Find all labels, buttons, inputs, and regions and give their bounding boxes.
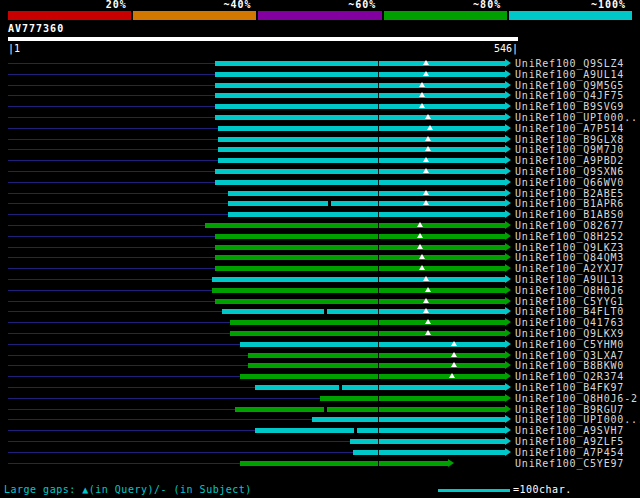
hit-label[interactable]: UniRef100_B8BKW0 <box>515 361 624 370</box>
hit-label[interactable]: UniRef100_Q84QM3 <box>515 253 624 262</box>
hit-bar[interactable] <box>215 104 505 109</box>
alignment-row: UniRef100_A9UL14 <box>0 69 640 80</box>
query-span-line <box>8 322 230 323</box>
hit-bar[interactable] <box>240 342 505 347</box>
hit-bar[interactable] <box>212 288 505 293</box>
hit-label[interactable]: UniRef100_Q9SLZ4 <box>515 59 624 68</box>
hit-label[interactable]: UniRef100_A9UL14 <box>515 70 624 79</box>
hit-label[interactable]: UniRef100_A7P514 <box>515 124 624 133</box>
query-span-line <box>8 376 240 377</box>
hit-label[interactable]: UniRef100_B9SVG9 <box>515 102 624 111</box>
query-span-line <box>8 409 235 410</box>
hit-label[interactable]: UniRef100_Q8H0J6-2 <box>515 394 638 403</box>
query-span-line <box>8 139 218 140</box>
query-gap-triangle-icon <box>451 352 457 357</box>
hit-label[interactable]: UniRef100_A7P454 <box>515 448 624 457</box>
hit-label[interactable]: UniRef100_B9RGU7 <box>515 405 624 414</box>
hit-bar[interactable] <box>228 212 505 217</box>
arrowhead-icon <box>505 91 511 99</box>
hit-label[interactable]: UniRef100_B2ABE5 <box>515 189 624 198</box>
hit-bar[interactable] <box>248 363 505 368</box>
hit-label[interactable]: UniRef100_A2YXJ7 <box>515 264 624 273</box>
hit-label[interactable]: UniRef100_Q9M5G5 <box>515 81 624 90</box>
hit-bar[interactable] <box>218 137 505 142</box>
query-span-line <box>8 203 228 204</box>
hit-label[interactable]: UniRef100_Q9LKX9 <box>515 329 624 338</box>
hit-label[interactable]: UniRef100_A9PBD2 <box>515 156 624 165</box>
hit-bar[interactable] <box>215 299 505 304</box>
hit-label[interactable]: UniRef100_B4FLT0 <box>515 307 624 316</box>
hit-label[interactable]: UniRef100_UPI000.. <box>515 113 638 122</box>
hit-bar[interactable] <box>215 72 505 77</box>
hit-label[interactable]: UniRef100_O82677 <box>515 221 624 230</box>
hit-label[interactable]: UniRef100_Q8H252 <box>515 232 624 241</box>
hit-bar[interactable] <box>215 83 505 88</box>
hit-bar[interactable] <box>235 407 505 412</box>
hit-label[interactable]: UniRef100_Q9LKZ3 <box>515 243 624 252</box>
hit-bar[interactable] <box>255 385 505 390</box>
hit-label[interactable]: UniRef100_B1ABS0 <box>515 210 624 219</box>
query-span-line <box>8 117 215 118</box>
hit-label[interactable]: UniRef100_A9SVH7 <box>515 426 624 435</box>
hit-bar[interactable] <box>215 245 505 250</box>
hit-bar[interactable] <box>218 126 505 131</box>
alignment-row: UniRef100_C5YE97 <box>0 458 640 469</box>
hit-bar[interactable] <box>255 428 505 433</box>
hit-bar[interactable] <box>228 191 505 196</box>
hit-bar[interactable] <box>350 439 505 444</box>
arrowhead-icon <box>505 253 511 261</box>
hit-bar[interactable] <box>320 396 505 401</box>
hit-bar[interactable] <box>240 374 505 379</box>
arrowhead-icon <box>505 351 511 359</box>
hit-bar[interactable] <box>215 180 505 185</box>
arrowhead-icon <box>505 307 511 315</box>
hit-bar[interactable] <box>215 266 505 271</box>
hit-label[interactable]: UniRef100_Q4JF75 <box>515 91 624 100</box>
hit-label[interactable]: UniRef100_A9UL13 <box>515 275 624 284</box>
hit-bar[interactable] <box>353 450 505 455</box>
alignment-row: UniRef100_A7P514 <box>0 123 640 134</box>
hit-label[interactable]: UniRef100_A9ZLF5 <box>515 437 624 446</box>
hit-label[interactable]: UniRef100_Q41763 <box>515 318 624 327</box>
hit-label[interactable]: UniRef100_B4FK97 <box>515 383 624 392</box>
hit-bar[interactable] <box>215 93 505 98</box>
query-span-line <box>8 311 222 312</box>
hit-label[interactable]: UniRef100_Q8H0J6 <box>515 286 624 295</box>
hit-label[interactable]: UniRef100_Q2R374 <box>515 372 624 381</box>
scalebar-line-icon <box>438 489 510 492</box>
hit-label[interactable]: UniRef100_Q9SXN6 <box>515 167 624 176</box>
hit-label[interactable]: UniRef100_Q3LXA7 <box>515 351 624 360</box>
alignment-row: UniRef100_A7P454 <box>0 447 640 458</box>
arrowhead-icon <box>505 426 511 434</box>
hit-bar[interactable] <box>230 331 505 336</box>
alignment-row: UniRef100_B1APR6 <box>0 198 640 209</box>
hit-bar[interactable] <box>240 461 448 466</box>
hit-label[interactable]: UniRef100_C5YE97 <box>515 459 624 468</box>
hit-label[interactable]: UniRef100_C5YYG1 <box>515 297 624 306</box>
hit-label[interactable]: UniRef100_Q9M7J0 <box>515 145 624 154</box>
arrowhead-icon <box>505 102 511 110</box>
hit-bar[interactable] <box>215 115 505 120</box>
hit-bar[interactable] <box>312 417 505 422</box>
query-gap-triangle-icon <box>451 341 457 346</box>
hit-bar[interactable] <box>215 169 505 174</box>
hit-bar[interactable] <box>248 353 505 358</box>
hit-bar[interactable] <box>228 201 505 206</box>
hit-bar[interactable] <box>218 147 505 152</box>
hit-bar[interactable] <box>218 158 505 163</box>
hit-label[interactable]: UniRef100_B9GLX8 <box>515 135 624 144</box>
hit-bar[interactable] <box>230 320 505 325</box>
hit-bar[interactable] <box>222 309 505 314</box>
hit-label[interactable]: UniRef100_Q66WV0 <box>515 178 624 187</box>
alignment-row: UniRef100_B1ABS0 <box>0 209 640 220</box>
hit-bar[interactable] <box>212 277 505 282</box>
hit-label[interactable]: UniRef100_C5YHM0 <box>515 340 624 349</box>
hit-bar[interactable] <box>205 223 505 228</box>
hit-bar[interactable] <box>215 61 505 66</box>
query-span-line <box>8 63 215 64</box>
subject-gap-dash-icon <box>324 309 327 314</box>
hit-label[interactable]: UniRef100_B1APR6 <box>515 199 624 208</box>
hit-bar[interactable] <box>215 234 505 239</box>
hit-bar[interactable] <box>215 255 505 260</box>
hit-label[interactable]: UniRef100_UPI000... <box>515 415 640 424</box>
